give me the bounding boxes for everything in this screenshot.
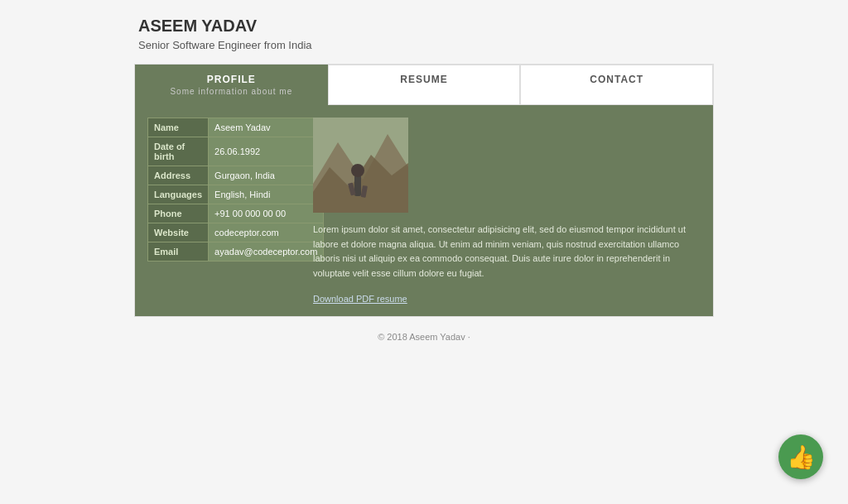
tab-resume-label: RESUME	[329, 74, 520, 85]
tab-profile-label: PROFILE	[207, 74, 256, 85]
field-value: codeceptor.com	[209, 223, 324, 242]
info-table: NameAseem YadavDate of birth26.06.1992Ad…	[147, 118, 324, 262]
table-row: Websitecodeceptor.com	[148, 223, 324, 242]
field-label: Name	[148, 118, 209, 137]
right-top	[313, 118, 701, 213]
tab-profile-subtitle: Some information about me	[170, 87, 292, 96]
fab-icon: 👍	[787, 444, 816, 471]
field-value: English, Hindi	[209, 185, 324, 204]
field-value: 26.06.1992	[209, 137, 324, 166]
landscape-svg	[313, 118, 408, 213]
tab-contact-label: CONTACT	[521, 74, 712, 85]
table-row: LanguagesEnglish, Hindi	[148, 185, 324, 204]
page-wrapper: ASEEM YADAV Senior Software Engineer fro…	[134, 0, 714, 375]
download-pdf-link[interactable]: Download PDF resume	[313, 294, 701, 304]
tab-resume[interactable]: RESUME	[328, 65, 521, 105]
field-value: ayadav@codeceptor.com	[209, 242, 324, 262]
table-row: AddressGurgaon, India	[148, 166, 324, 185]
right-panel: Lorem ipsum dolor sit amet, consectetur …	[313, 118, 701, 304]
fab-button[interactable]: 👍	[778, 434, 823, 479]
table-row: Date of birth26.06.1992	[148, 137, 324, 166]
footer: © 2018 Aseem Yadav ·	[134, 332, 714, 342]
left-panel: NameAseem YadavDate of birth26.06.1992Ad…	[147, 118, 301, 304]
field-value: Aseem Yadav	[209, 118, 324, 137]
field-label: Phone	[148, 204, 209, 223]
table-row: Phone+91 00 000 00 00	[148, 204, 324, 223]
field-value: Gurgaon, India	[209, 166, 324, 185]
table-row: Emailayadav@codeceptor.com	[148, 242, 324, 262]
field-value: +91 00 000 00 00	[209, 204, 324, 223]
field-label: Address	[148, 166, 209, 185]
tab-profile[interactable]: PROFILE Some information about me	[135, 65, 328, 105]
bio-text: Lorem ipsum dolor sit amet, consectetur …	[313, 223, 701, 281]
page-subtitle: Senior Software Engineer from India	[134, 39, 714, 51]
profile-card: PROFILE Some information about me RESUME…	[134, 64, 714, 317]
page-title: ASEEM YADAV	[134, 17, 714, 36]
tab-contact[interactable]: CONTACT	[520, 65, 713, 105]
field-label: Date of birth	[148, 137, 209, 166]
field-label: Email	[148, 242, 209, 262]
field-label: Website	[148, 223, 209, 242]
profile-photo	[313, 118, 408, 213]
photo-placeholder	[313, 118, 408, 213]
tabs-row: PROFILE Some information about me RESUME…	[135, 65, 713, 105]
svg-rect-7	[313, 118, 408, 213]
content-area: NameAseem YadavDate of birth26.06.1992Ad…	[135, 105, 713, 316]
field-label: Languages	[148, 185, 209, 204]
table-row: NameAseem Yadav	[148, 118, 324, 137]
footer-text: © 2018 Aseem Yadav ·	[378, 332, 470, 342]
